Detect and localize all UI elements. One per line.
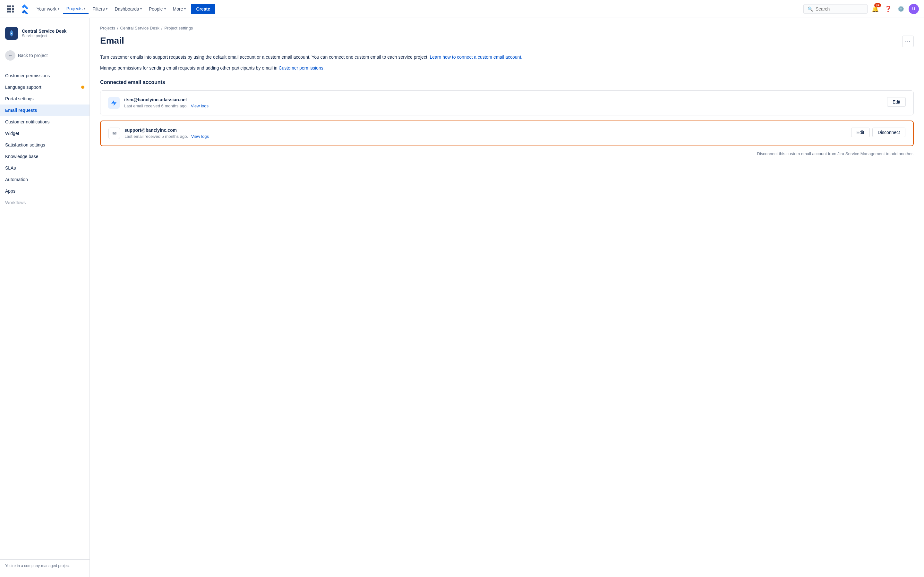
app-switcher-button[interactable] bbox=[5, 4, 15, 14]
sidebar-item-knowledge-base[interactable]: Knowledge base bbox=[0, 151, 89, 162]
search-box[interactable]: 🔍 bbox=[803, 4, 867, 14]
sidebar-item-customer-notifications[interactable]: Customer notifications bbox=[0, 116, 89, 127]
edit-email-2-button[interactable]: Edit bbox=[851, 127, 870, 137]
dashboards-nav[interactable]: Dashboards ▾ bbox=[111, 5, 145, 13]
sidebar: Central Service Desk Service project ← B… bbox=[0, 18, 90, 577]
view-logs-link-1[interactable]: View logs bbox=[191, 103, 208, 108]
caret-icon: ▾ bbox=[84, 7, 86, 10]
caret-icon: ▾ bbox=[140, 7, 142, 11]
email-card-jira: itsm@banclyinc.atlassian.net Last email … bbox=[100, 90, 914, 115]
search-icon: 🔍 bbox=[808, 6, 813, 11]
breadcrumb: Projects / Central Service Desk / Projec… bbox=[100, 26, 914, 31]
back-to-project-button[interactable]: ← Back to project bbox=[0, 48, 89, 63]
back-arrow-icon: ← bbox=[5, 50, 15, 61]
customer-permissions-link[interactable]: Customer permissions bbox=[278, 65, 323, 71]
email-card-info: itsm@banclyinc.atlassian.net Last email … bbox=[124, 97, 208, 108]
breadcrumb-current: Project settings bbox=[164, 26, 193, 31]
breadcrumb-projects[interactable]: Projects bbox=[100, 26, 115, 31]
custom-email-icon: ✉ bbox=[108, 127, 120, 139]
nav-items: Your work ▾ Projects ▾ Filters ▾ Dashboa… bbox=[33, 4, 802, 14]
learn-link[interactable]: Learn how to connect a custom email acco… bbox=[430, 55, 522, 60]
your-work-nav[interactable]: Your work ▾ bbox=[33, 5, 63, 13]
sidebar-project-header: Central Service Desk Service project bbox=[0, 23, 89, 45]
gear-icon: ⚙️ bbox=[897, 5, 905, 13]
sidebar-item-slas[interactable]: SLAs bbox=[0, 162, 89, 174]
sidebar-item-widget[interactable]: Widget bbox=[0, 127, 89, 139]
sidebar-item-portal-settings[interactable]: Portal settings bbox=[0, 93, 89, 105]
sidebar-item-customer-permissions[interactable]: Customer permissions bbox=[0, 70, 89, 81]
notifications-button[interactable]: 🔔 9+ bbox=[870, 4, 880, 14]
help-button[interactable]: ❓ bbox=[883, 4, 893, 14]
people-nav[interactable]: People ▾ bbox=[145, 5, 169, 13]
caret-icon: ▾ bbox=[164, 7, 166, 11]
description-paragraph-1: Turn customer emails into support reques… bbox=[100, 53, 914, 61]
top-navigation: Your work ▾ Projects ▾ Filters ▾ Dashboa… bbox=[0, 0, 924, 18]
view-logs-link-2[interactable]: View logs bbox=[191, 134, 209, 139]
email-card-actions: Edit Disconnect bbox=[851, 127, 905, 137]
sidebar-footer: You're in a company-managed project bbox=[0, 559, 89, 572]
caret-icon: ▾ bbox=[58, 7, 59, 11]
main-content: Projects / Central Service Desk / Projec… bbox=[90, 18, 924, 577]
email-card-info: support@banclyinc.com Last email receive… bbox=[124, 127, 209, 139]
sidebar-item-workflows[interactable]: Workflows bbox=[0, 197, 89, 208]
breadcrumb-separator: / bbox=[162, 26, 163, 31]
project-icon bbox=[5, 27, 18, 40]
jira-email-icon bbox=[108, 97, 120, 109]
search-input[interactable] bbox=[816, 6, 863, 11]
projects-nav[interactable]: Projects ▾ bbox=[63, 4, 89, 14]
breadcrumb-separator: / bbox=[117, 26, 118, 31]
create-button[interactable]: Create bbox=[191, 4, 215, 14]
filters-nav[interactable]: Filters ▾ bbox=[89, 5, 111, 13]
project-name: Central Service Desk bbox=[22, 29, 66, 34]
edit-email-1-button[interactable]: Edit bbox=[887, 97, 906, 107]
page-layout: Central Service Desk Service project ← B… bbox=[0, 18, 924, 577]
sidebar-item-automation[interactable]: Automation bbox=[0, 174, 89, 185]
email-address: itsm@banclyinc.atlassian.net bbox=[124, 97, 208, 102]
jira-logo[interactable] bbox=[19, 4, 29, 14]
email-card-actions: Edit bbox=[887, 97, 906, 107]
topnav-right-actions: 🔍 🔔 9+ ❓ ⚙️ U bbox=[803, 4, 919, 14]
svg-point-0 bbox=[11, 33, 12, 34]
grid-icon bbox=[7, 5, 14, 13]
disconnect-button[interactable]: Disconnect bbox=[872, 127, 905, 137]
question-icon: ❓ bbox=[885, 5, 892, 13]
project-info: Central Service Desk Service project bbox=[22, 29, 66, 38]
email-card-custom: ✉ support@banclyinc.com Last email recei… bbox=[100, 121, 914, 146]
page-header: Email ··· bbox=[100, 35, 914, 47]
caret-icon: ▾ bbox=[184, 7, 186, 11]
status-dot bbox=[81, 85, 84, 89]
email-last-received: Last email received 5 months ago. View l… bbox=[124, 134, 209, 139]
email-address: support@banclyinc.com bbox=[124, 127, 209, 133]
project-type: Service project bbox=[22, 34, 66, 38]
more-nav[interactable]: More ▾ bbox=[170, 5, 189, 13]
description-paragraph-2: Manage permissions for sending email req… bbox=[100, 64, 914, 71]
sidebar-item-language-support[interactable]: Language support bbox=[0, 81, 89, 93]
caret-icon: ▾ bbox=[106, 7, 107, 11]
sidebar-item-apps[interactable]: Apps bbox=[0, 185, 89, 197]
more-options-button[interactable]: ··· bbox=[902, 35, 914, 47]
avatar-initials: U bbox=[912, 6, 915, 11]
email-card-left: ✉ support@banclyinc.com Last email recei… bbox=[108, 127, 209, 139]
notification-badge: 9+ bbox=[874, 3, 881, 7]
connected-accounts-title: Connected email accounts bbox=[100, 79, 914, 85]
email-last-received: Last email received 6 months ago. View l… bbox=[124, 103, 208, 108]
page-title: Email bbox=[100, 35, 124, 46]
settings-button[interactable]: ⚙️ bbox=[896, 4, 906, 14]
breadcrumb-central-service-desk[interactable]: Central Service Desk bbox=[120, 26, 160, 31]
disconnect-note: Disconnect this custom email account fro… bbox=[100, 151, 914, 156]
user-avatar[interactable]: U bbox=[909, 4, 919, 14]
sidebar-item-email-requests[interactable]: Email requests bbox=[0, 105, 89, 116]
email-card-left: itsm@banclyinc.atlassian.net Last email … bbox=[108, 97, 208, 109]
sidebar-item-satisfaction-settings[interactable]: Satisfaction settings bbox=[0, 139, 89, 151]
